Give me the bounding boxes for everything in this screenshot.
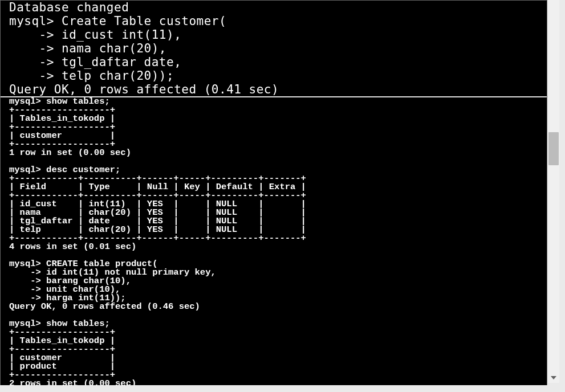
terminal-segment-bottom: mysql> show tables; +------------------+… [1,97,547,388]
output-line: -> tgl_daftar date, [9,55,181,69]
scroll-down-arrow-icon[interactable] [548,373,559,383]
terminal-output[interactable]: Database changed mysql> Create Table cus… [1,1,547,391]
output-line: Query OK, 0 rows affected (0.41 sec) [9,83,279,96]
scrollbar-thumb[interactable] [548,132,559,165]
page-bottom-strip [0,385,565,392]
output-line: 1 row in set (0.00 sec) [9,148,131,158]
output-line: -> id_cust int(11), [9,28,181,42]
output-line: mysql> Create Table customer( [9,14,226,28]
output-line: 4 rows in set (0.01 sec) [9,242,136,252]
output-line: Query OK, 0 rows affected (0.46 sec) [9,301,200,312]
output-line: -> nama char(20), [9,42,166,55]
output-line: Database changed [9,1,129,14]
terminal-segment-top: Database changed mysql> Create Table cus… [1,1,547,96]
vertical-scrollbar[interactable] [548,0,559,383]
output-line: -> telp char(20)); [9,69,174,83]
terminal-window: Database changed mysql> Create Table cus… [0,0,547,392]
